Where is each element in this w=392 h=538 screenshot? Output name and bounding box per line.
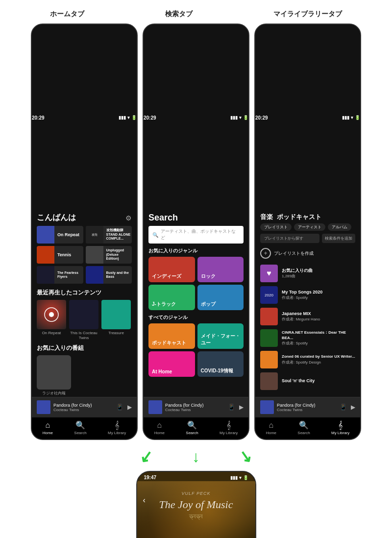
scroll-card-3[interactable]: Treasure bbox=[101, 300, 131, 340]
scroll-card-2[interactable]: This Is Cocteau Twins bbox=[69, 300, 98, 340]
fav-thumb-1 bbox=[37, 355, 71, 390]
lib-add-row[interactable]: + プレイリストを作成 bbox=[260, 246, 355, 261]
back-button[interactable]: ‹ bbox=[143, 496, 146, 505]
genre-card-indie[interactable]: インディーズ bbox=[148, 257, 195, 282]
home-np-title: Pandora (for Cindy) bbox=[53, 403, 113, 408]
home-now-playing[interactable]: Pandora (for Cindy) Cocteau Twins 📱 ▶ bbox=[32, 397, 137, 417]
genre-card-rock[interactable]: ロック bbox=[197, 257, 244, 282]
home-np-info: Pandora (for Cindy) Cocteau Twins bbox=[53, 403, 113, 412]
add-playlist-btn[interactable]: + bbox=[260, 248, 271, 259]
library-nav-home-label: Home bbox=[266, 431, 276, 435]
recent-item-2[interactable]: 攻殻 攻殻機動隊 STAND ALONE COMPLE... bbox=[86, 226, 132, 244]
library-phone: 20:29 ▮▮▮▾🔋 音楽 ポッドキャスト プレイリスト アーティスト アルバ… bbox=[254, 24, 361, 440]
search-np-artist: Cocteau Twins bbox=[165, 408, 225, 412]
home-nav-search-label: Search bbox=[74, 431, 86, 435]
lib-tab-podcast[interactable]: ポッドキャスト bbox=[277, 213, 321, 221]
home-label: ホームタブ bbox=[50, 10, 84, 19]
device-icon[interactable]: 📱 bbox=[116, 404, 123, 411]
recent-item-3[interactable]: Tennis bbox=[37, 246, 83, 264]
scroll-label-3: Treasure bbox=[101, 331, 131, 336]
lib-item-6[interactable]: Soul 'n' the City bbox=[260, 372, 355, 390]
home-time: 20:29 bbox=[32, 115, 45, 121]
home-nav-library[interactable]: 𝄞 My Library bbox=[108, 421, 126, 435]
lib-chip-album[interactable]: アルバム bbox=[328, 223, 351, 231]
search-input-bar[interactable]: 🔍 アーティスト、曲、ポッドキャストなど bbox=[148, 226, 244, 244]
search-icon: 🔍 bbox=[75, 420, 85, 430]
search-device-icon[interactable]: 📱 bbox=[228, 404, 235, 411]
library-search-icon: 🔍 bbox=[299, 420, 309, 430]
scroll-card-1[interactable]: On Repeat bbox=[37, 300, 66, 340]
library-nav-library[interactable]: 𝄞 My Library bbox=[331, 421, 349, 435]
home-phone: 20:29 ▮▮▮▾🔋 こんばんは ⚙ On Repeat 攻殻 攻殻機動隊 S… bbox=[31, 24, 138, 440]
search-nav-home[interactable]: ⌂ Home bbox=[154, 421, 165, 435]
search-bottom-nav: ⌂ Home 🔍 Search 𝄞 My Library bbox=[144, 417, 248, 439]
search-np-controls[interactable]: 📱 ▶ bbox=[228, 404, 244, 411]
lib-chip-artist[interactable]: アーティスト bbox=[294, 223, 325, 231]
library-status-bar: 20:29 ▮▮▮▾🔋 bbox=[255, 24, 360, 211]
recent-item-4[interactable]: Unplugged (Deluxe Edition) bbox=[86, 246, 132, 264]
lib-tabs: 音楽 ポッドキャスト bbox=[260, 213, 355, 221]
lib-sub-2: 作成者: Spotify bbox=[282, 295, 322, 300]
lib-info-2: My Top Songs 2020 作成者: Spotify bbox=[282, 290, 322, 301]
recent-thumb-5 bbox=[37, 266, 54, 284]
search-status-icons: ▮▮▮▾🔋 bbox=[230, 115, 248, 120]
lib-search-box[interactable]: プレイリストから探す bbox=[260, 234, 319, 243]
lib-info-6: Soul 'n' the City bbox=[282, 378, 315, 384]
lib-sub-4: 作成者: Spotify bbox=[282, 341, 355, 346]
lib-title-3: Japanese MIX bbox=[282, 311, 320, 317]
recent-item-5[interactable]: The Fearless Flyers bbox=[37, 266, 83, 284]
genre-card-pop[interactable]: ポップ bbox=[197, 285, 244, 310]
recent-thumb-1 bbox=[37, 226, 54, 244]
library-now-playing[interactable]: Pandora (for Cindy) Cocteau Twins 📱 ▶ bbox=[255, 397, 360, 417]
play-icon[interactable]: ▶ bbox=[127, 404, 132, 411]
genre-card-athome[interactable]: At Home bbox=[148, 351, 195, 377]
lib-tab-music[interactable]: 音楽 bbox=[260, 213, 273, 221]
home-status-icons: ▮▮▮▾🔋 bbox=[119, 115, 137, 120]
artist-hero: VULF PECK The Joy of Music ত্ত্বত্ত্ব ‹ … bbox=[137, 481, 255, 538]
lib-item-5[interactable]: Zoned 06 curated by Senior UX Writer... … bbox=[260, 351, 355, 368]
lib-item-1[interactable]: ♥ お気に入りの曲 1,289曲 bbox=[260, 265, 355, 282]
search-play-icon[interactable]: ▶ bbox=[239, 404, 244, 411]
genre-card-podcast[interactable]: ポッドキャスト bbox=[148, 323, 195, 349]
search-content: Search 🔍 アーティスト、曲、ポッドキャストなど お気に入りのジャンル イ… bbox=[144, 211, 248, 397]
arrow-right: ↘ bbox=[238, 446, 254, 467]
genre-label-rock: ロック bbox=[201, 273, 216, 280]
library-np-artist: Cocteau Twins bbox=[277, 408, 337, 412]
recent-item-1[interactable]: On Repeat bbox=[37, 226, 83, 244]
lib-filter-btn[interactable]: 検索条件を追加 bbox=[322, 234, 355, 243]
genre-card-made[interactable]: メイド・フォー・ユー bbox=[197, 323, 244, 349]
search-nav-library[interactable]: 𝄞 My Library bbox=[220, 421, 238, 435]
lib-item-4[interactable]: CINRA.NET Essensials：Dear THE BEA... 作成者… bbox=[260, 329, 355, 347]
library-play-icon[interactable]: ▶ bbox=[351, 404, 355, 411]
library-nav-home[interactable]: ⌂ Home bbox=[266, 421, 276, 435]
search-label: 検索タブ bbox=[165, 10, 193, 19]
lib-chip-playlist[interactable]: プレイリスト bbox=[260, 223, 292, 231]
lib-item-3[interactable]: Japanese MIX 作成者: Megumi Hano bbox=[260, 308, 355, 325]
lib-title-6: Soul 'n' the City bbox=[282, 378, 315, 384]
recent-item-6[interactable]: Busty and the Bass bbox=[86, 266, 132, 284]
search-nav-search[interactable]: 🔍 Search bbox=[186, 420, 198, 435]
search-input-placeholder: アーティスト、曲、ポッドキャストなど bbox=[161, 228, 240, 241]
fav-card-1[interactable]: ラジオ社内報 bbox=[37, 355, 71, 396]
recent-label-1: On Repeat bbox=[57, 232, 79, 238]
search-now-playing[interactable]: Pandora (for Cindy) Cocteau Twins 📱 ▶ bbox=[144, 397, 248, 417]
library-bottom-nav: ⌂ Home 🔍 Search 𝄞 My Library bbox=[255, 417, 360, 439]
library-np-controls[interactable]: 📱 ▶ bbox=[340, 404, 355, 411]
genre-grid-1: インディーズ ロック J-トラック ポップ bbox=[148, 257, 244, 310]
gear-icon[interactable]: ⚙ bbox=[125, 214, 132, 222]
recent-grid: On Repeat 攻殻 攻殻機動隊 STAND ALONE COMPLE...… bbox=[37, 226, 132, 284]
home-status-bar: 20:29 ▮▮▮▾🔋 bbox=[32, 24, 137, 211]
library-device-icon[interactable]: 📱 bbox=[340, 404, 347, 411]
home-np-controls[interactable]: 📱 ▶ bbox=[116, 404, 132, 411]
lib-sub-3: 作成者: Megumi Hano bbox=[282, 317, 320, 322]
genre-card-covid[interactable]: COVID-19情報 bbox=[197, 351, 244, 377]
home-nav-search[interactable]: 🔍 Search bbox=[74, 420, 86, 435]
search-search-icon: 🔍 bbox=[187, 420, 197, 430]
genre-card-jtrack[interactable]: J-トラック bbox=[148, 285, 195, 310]
lib-sub-5: 作成者: Spotify Design bbox=[282, 360, 355, 365]
lib-thumb-6 bbox=[260, 372, 278, 390]
lib-item-2[interactable]: 2020 My Top Songs 2020 作成者: Spotify bbox=[260, 286, 355, 304]
home-nav-home[interactable]: ⌂ Home bbox=[43, 421, 53, 435]
recent-section-title: 最近再生したコンテンツ bbox=[37, 289, 132, 297]
library-nav-search[interactable]: 🔍 Search bbox=[297, 420, 310, 435]
